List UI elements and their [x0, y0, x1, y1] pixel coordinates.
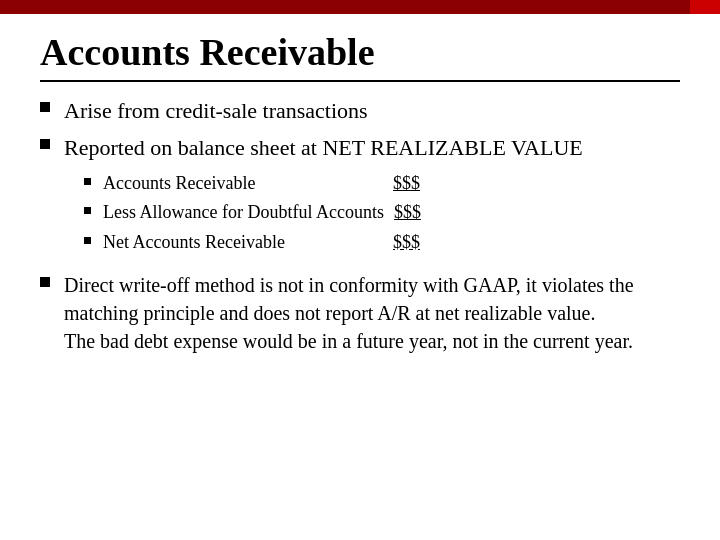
sub-item-2: Less Allowance for Doubtful Accounts $$$ — [84, 200, 583, 225]
main-bullet-list: Arise from credit-sale transactions Repo… — [40, 96, 680, 355]
sub-row-3: Net Accounts Receivable $$$ — [103, 230, 420, 255]
sub-item-list: Accounts Receivable $$$ Less Allowance f… — [84, 171, 583, 255]
title-divider — [40, 80, 680, 82]
sub-value-2: $$$ — [394, 200, 421, 225]
sub-value-3: $$$ — [393, 230, 420, 255]
bullet-text-3-line1: Direct write-off method is not in confor… — [64, 271, 680, 327]
sub-item-3: Net Accounts Receivable $$$ — [84, 230, 583, 255]
sub-label-1: Accounts Receivable — [103, 171, 383, 196]
sub-row-1: Accounts Receivable $$$ — [103, 171, 420, 196]
bullet-item-1: Arise from credit-sale transactions — [40, 96, 680, 126]
sub-label-2: Less Allowance for Doubtful Accounts — [103, 200, 384, 225]
bullet-icon-2 — [40, 139, 50, 149]
bullet-icon-1 — [40, 102, 50, 112]
bullet-item-2: Reported on balance sheet at NET REALIZA… — [40, 133, 680, 262]
bullet-icon-3 — [40, 277, 50, 287]
bullet-item-3: Direct write-off method is not in confor… — [40, 271, 680, 355]
corner-decoration — [690, 0, 720, 14]
bullet-text-2: Reported on balance sheet at NET REALIZA… — [64, 135, 583, 160]
bullet-text-3-line2: The bad debt expense would be in a futur… — [64, 327, 680, 355]
sub-bullet-icon-1 — [84, 178, 91, 185]
sub-row-2: Less Allowance for Doubtful Accounts $$$ — [103, 200, 421, 225]
sub-bullet-icon-2 — [84, 207, 91, 214]
sub-bullet-icon-3 — [84, 237, 91, 244]
sub-value-1: $$$ — [393, 171, 420, 196]
slide-container: Accounts Receivable Arise from credit-sa… — [0, 14, 720, 540]
top-bar — [0, 0, 720, 14]
slide-title: Accounts Receivable — [40, 32, 680, 74]
sub-label-3: Net Accounts Receivable — [103, 230, 383, 255]
sub-item-1: Accounts Receivable $$$ — [84, 171, 583, 196]
bullet-text-1: Arise from credit-sale transactions — [64, 96, 368, 126]
